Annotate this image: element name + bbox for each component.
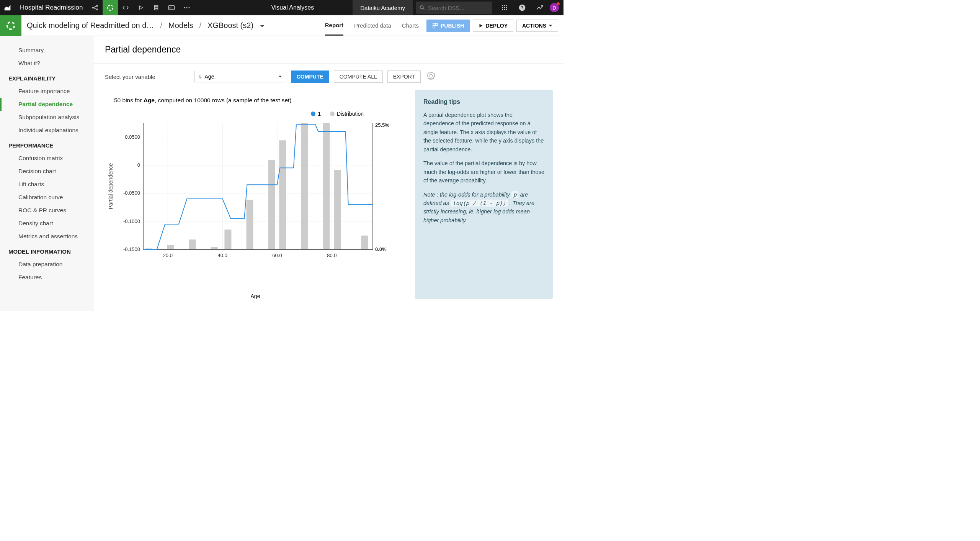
svg-point-0 [93, 7, 94, 8]
sidebar: Summary What if? EXPLAINABILITY Feature … [0, 36, 94, 311]
flow-icon[interactable] [87, 0, 103, 15]
svg-text:?: ? [521, 5, 523, 10]
export-button[interactable]: EXPORT [387, 70, 421, 83]
sidebar-item-feature-importance[interactable]: Feature importance [0, 85, 94, 98]
svg-text:25.5%: 25.5% [375, 122, 389, 128]
svg-point-11 [420, 6, 423, 9]
more-icon[interactable] [179, 0, 194, 15]
search-input[interactable] [428, 5, 488, 11]
svg-text:-0.1000: -0.1000 [123, 218, 140, 224]
apps-icon[interactable] [497, 0, 512, 15]
tab-charts[interactable]: Charts [402, 15, 419, 36]
svg-point-17 [506, 7, 507, 8]
compute-all-button[interactable]: COMPUTE ALL [334, 70, 383, 83]
activity-icon[interactable] [532, 0, 547, 15]
code-icon[interactable] [118, 0, 133, 15]
sidebar-item-lift-charts[interactable]: Lift charts [0, 178, 94, 191]
sidebar-item-confusion-matrix[interactable]: Confusion matrix [0, 152, 94, 165]
svg-point-8 [184, 7, 185, 8]
svg-text:Partial dependence: Partial dependence [108, 163, 114, 209]
search-box[interactable] [416, 2, 492, 14]
lab-icon[interactable] [103, 0, 118, 15]
legend-dot-distribution [330, 111, 335, 116]
svg-rect-47 [189, 239, 196, 249]
dashboard-icon[interactable] [164, 0, 179, 15]
sidebar-item-individual-explanations[interactable]: Individual explanations [0, 124, 94, 137]
model-dropdown-icon[interactable] [260, 21, 265, 30]
x-axis-label: Age [105, 293, 406, 299]
svg-rect-49 [224, 230, 231, 249]
sidebar-item-metrics-assertions[interactable]: Metrics and assertions [0, 230, 94, 243]
svg-text:0.0500: 0.0500 [125, 134, 140, 140]
sidebar-item-calibration-curve[interactable]: Calibration curve [0, 191, 94, 204]
svg-rect-25 [436, 23, 438, 25]
play-icon [479, 23, 483, 28]
sidebar-group-model-info: MODEL INFORMATION [0, 243, 94, 258]
svg-point-13 [504, 5, 505, 6]
svg-text:60.0: 60.0 [272, 252, 282, 258]
svg-text:-0.1500: -0.1500 [123, 246, 140, 252]
svg-point-14 [506, 5, 507, 6]
sidebar-item-data-preparation[interactable]: Data preparation [0, 258, 94, 271]
bin-info: 50 bins for Age, computed on 10000 rows … [105, 97, 406, 111]
sidebar-group-performance: PERFORMANCE [0, 137, 94, 152]
svg-text:0.0%: 0.0% [375, 246, 387, 252]
dataiku-bird-icon[interactable] [0, 0, 15, 15]
sidebar-item-partial-dependence[interactable]: Partial dependence [0, 98, 94, 111]
settings-gear-icon[interactable] [427, 72, 435, 82]
svg-rect-55 [334, 170, 341, 249]
svg-point-12 [502, 5, 503, 6]
chevron-down-icon [549, 24, 552, 27]
variable-select[interactable]: #Age [194, 71, 286, 82]
user-avatar[interactable]: D [550, 3, 559, 12]
svg-rect-56 [361, 236, 368, 249]
svg-text:-0.0500: -0.0500 [123, 190, 140, 196]
search-icon [420, 5, 425, 11]
project-name[interactable]: Hospital Readmission [15, 4, 87, 11]
publish-button[interactable]: PUBLISH [426, 20, 470, 32]
sidebar-item-decision-chart[interactable]: Decision chart [0, 165, 94, 178]
chart-legend: 1 Distribution [105, 111, 406, 117]
sidebar-item-features[interactable]: Features [0, 271, 94, 284]
tab-report[interactable]: Report [325, 15, 343, 36]
svg-point-16 [504, 7, 505, 8]
svg-point-10 [189, 7, 190, 8]
select-variable-label: Select your variable [105, 74, 155, 80]
svg-rect-26 [433, 26, 435, 28]
compute-button[interactable]: COMPUTE [291, 70, 329, 83]
tips-note: Note : the log-odds for a probability p … [423, 190, 544, 225]
stack-icon[interactable] [149, 0, 164, 15]
svg-rect-53 [301, 123, 308, 249]
svg-rect-24 [433, 23, 435, 25]
sidebar-item-subpopulation[interactable]: Subpopulation analysis [0, 111, 94, 124]
svg-rect-46 [167, 245, 174, 249]
tab-predicted-data[interactable]: Predicted data [354, 15, 391, 36]
svg-rect-5 [155, 7, 158, 8]
svg-point-15 [502, 7, 503, 8]
svg-text:20.0: 20.0 [163, 252, 173, 258]
svg-rect-6 [155, 9, 158, 10]
partial-dependence-chart: -0.1500-0.1000-0.050000.050020.040.060.0… [105, 119, 406, 288]
svg-point-2 [96, 9, 98, 10]
deploy-button[interactable]: DEPLOY [473, 20, 513, 32]
academy-link[interactable]: Dataiku Academy [353, 0, 413, 15]
breadcrumb: Quick modeling of Readmitted on d… / Mod… [21, 21, 270, 30]
sidebar-item-density-chart[interactable]: Density chart [0, 217, 94, 230]
sidebar-item-whatif[interactable]: What if? [0, 57, 94, 70]
breadcrumb-analysis[interactable]: Quick modeling of Readmitted on d… [27, 21, 154, 30]
tips-p2: The value of the partial dependence is b… [423, 159, 544, 185]
actions-button[interactable]: ACTIONS [516, 20, 558, 32]
publish-icon [432, 23, 438, 29]
lab-badge-icon[interactable] [0, 15, 21, 36]
section-title: Visual Analyses [271, 4, 314, 11]
sidebar-item-summary[interactable]: Summary [0, 44, 94, 57]
run-icon[interactable] [133, 0, 149, 15]
svg-rect-50 [247, 200, 253, 249]
help-icon[interactable]: ? [514, 0, 530, 15]
sidebar-item-roc-pr[interactable]: ROC & PR curves [0, 204, 94, 217]
svg-text:80.0: 80.0 [327, 252, 336, 258]
breadcrumb-model-name[interactable]: XGBoost (s2) [207, 21, 253, 30]
svg-point-20 [506, 9, 507, 10]
svg-text:40.0: 40.0 [217, 252, 227, 258]
breadcrumb-models[interactable]: Models [168, 21, 193, 30]
